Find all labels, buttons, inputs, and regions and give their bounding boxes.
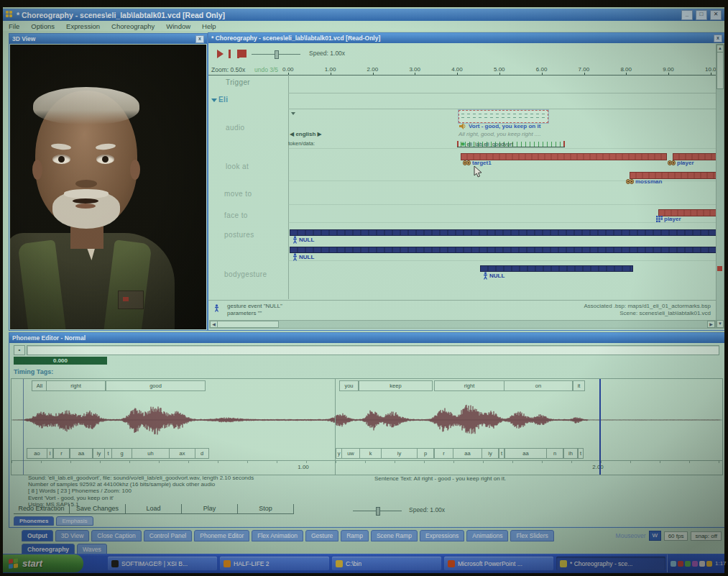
tray-icon[interactable] (685, 561, 691, 567)
tray-icon[interactable] (692, 561, 698, 567)
phoneme-tag[interactable]: ih (563, 448, 578, 459)
snap-toggle[interactable]: snap: off (691, 531, 722, 541)
word-tag[interactable]: All (32, 380, 47, 391)
phoneme-tag[interactable]: iy (93, 448, 105, 459)
w-toggle[interactable]: W (649, 531, 661, 541)
play-icon[interactable] (217, 50, 224, 58)
choreo-hscrollbar[interactable]: ◀ ▶ (209, 320, 716, 329)
phoneme-action-button[interactable]: Play (182, 504, 238, 514)
workspace-tab[interactable]: Close Caption (91, 530, 141, 541)
phoneme-menu-button[interactable]: • (14, 345, 25, 355)
tray-icon[interactable] (678, 561, 683, 567)
track-face-to[interactable]: face to (224, 211, 248, 219)
taskbar-task[interactable]: Microsoft PowerPoint ... (444, 557, 553, 570)
pause-icon[interactable] (229, 50, 239, 58)
menu-item[interactable]: Expression (60, 22, 106, 30)
phoneme-tag[interactable]: k (359, 448, 382, 459)
phoneme-tag[interactable]: d (195, 448, 209, 459)
taskbar-task[interactable]: C:\bin (332, 557, 441, 570)
tray-icon[interactable] (671, 561, 676, 567)
workspace-tab[interactable]: Waves (77, 544, 107, 554)
choreography-close-icon[interactable]: x (714, 35, 722, 42)
3d-view-titlebar[interactable]: 3D View x (9, 34, 207, 44)
phoneme-tag[interactable]: r (53, 448, 70, 459)
phoneme-tab[interactable]: Phonemes (14, 516, 54, 526)
language-selector[interactable]: ◀ english ▶ (290, 131, 322, 137)
playback-speed-slider[interactable] (252, 50, 300, 58)
word-tag[interactable]: right (434, 380, 504, 391)
phoneme-action-button[interactable]: Redo Extraction (14, 504, 70, 514)
phoneme-tag[interactable]: aa (504, 448, 547, 459)
faceto-event-label[interactable]: player (656, 216, 681, 222)
tray-icon[interactable] (699, 561, 705, 567)
phoneme-text-field[interactable] (27, 345, 719, 355)
track-eli[interactable]: Eli (211, 96, 228, 104)
workspace-tab[interactable]: Gesture (305, 530, 338, 541)
timeline-panel[interactable]: Vort - good, you keep on it ◀ english ▶ … (288, 75, 717, 299)
3d-viewport[interactable] (10, 45, 206, 329)
track-trigger[interactable]: Trigger (226, 78, 250, 86)
close-button[interactable]: ✕ (710, 10, 722, 20)
workspace-tab[interactable]: 3D View (55, 530, 90, 541)
word-tag[interactable]: good (106, 380, 206, 391)
minimize-button[interactable]: _ (681, 10, 693, 20)
taskbar-task[interactable]: SOFTIMAGE® | XSI B... (108, 557, 217, 570)
maximize-button[interactable]: □ (696, 10, 707, 20)
word-tag[interactable]: on (504, 380, 573, 391)
track-move-to[interactable]: move to (224, 190, 252, 198)
phoneme-editor-titlebar[interactable]: Phoneme Editor - Normal (9, 333, 724, 343)
lookat-event-bar[interactable] (461, 153, 667, 160)
audio-dropdown-icon[interactable] (291, 112, 295, 115)
phoneme-tag[interactable]: aa (70, 448, 93, 459)
phoneme-tag[interactable]: g (111, 448, 132, 459)
phoneme-tag[interactable]: l (47, 448, 53, 459)
tray-icon[interactable] (706, 561, 712, 567)
bodygesture-event-label[interactable]: NULL (483, 272, 504, 280)
track-bodygesture[interactable]: bodygesture (224, 270, 267, 278)
workspace-tab[interactable]: Flex Sliders (510, 530, 553, 541)
start-button[interactable]: start (3, 554, 83, 572)
track-audio[interactable]: audio (226, 124, 244, 132)
moveto-event-label[interactable]: mossman (626, 178, 662, 185)
3d-view-close-icon[interactable]: x (195, 35, 204, 43)
bodygesture-event-bar[interactable] (480, 265, 633, 272)
workspace-tab[interactable]: Control Panel (144, 530, 193, 541)
word-tag[interactable]: it (573, 380, 585, 391)
workspace-tab[interactable]: Animations (466, 530, 508, 541)
workspace-tab[interactable]: Phoneme Editor (194, 530, 249, 541)
workspace-tab[interactable]: Flex Animation (252, 530, 303, 541)
posture-event-bar[interactable] (290, 229, 717, 236)
menu-item[interactable]: Options (25, 22, 60, 30)
posture-event-bar[interactable] (290, 247, 717, 253)
track-look-at[interactable]: look at (226, 163, 249, 170)
track-postures[interactable]: postures (224, 231, 254, 239)
phoneme-tag[interactable]: n (546, 448, 563, 459)
phoneme-tag[interactable]: t (499, 448, 504, 459)
audio-clip-label[interactable]: Vort - good, you keep on it (459, 123, 540, 129)
phoneme-tag[interactable]: ax (169, 448, 195, 459)
menu-item[interactable]: Choreography (106, 22, 160, 30)
phoneme-action-button[interactable]: Save Changes (70, 504, 126, 514)
word-tag[interactable]: you (339, 380, 359, 391)
menu-item[interactable]: Window (160, 22, 196, 30)
taskbar-task[interactable]: HALF-LIFE 2 (220, 557, 329, 570)
waveform-area[interactable]: Allrightgoodyoukeeprightonit aolraaiytgu… (11, 378, 723, 475)
menu-item[interactable]: Help (196, 22, 222, 30)
choreo-vscrollbar[interactable]: ▲ ▼ (716, 44, 724, 329)
playhead-line[interactable] (599, 379, 601, 475)
posture-event-label[interactable]: NULL (292, 253, 314, 261)
phoneme-tag[interactable]: uw (341, 448, 360, 459)
workspace-tab[interactable]: Scene Ramp (371, 530, 418, 541)
choreography-titlebar[interactable]: * Choreography - scenes\eli_lab\labtalk0… (208, 33, 724, 43)
phoneme-speed-slider[interactable] (353, 506, 402, 515)
posture-event-label[interactable]: NULL (292, 236, 314, 244)
phoneme-tag[interactable]: uh (132, 448, 170, 459)
phoneme-tag[interactable]: ao (27, 448, 47, 459)
phoneme-tag[interactable]: iy (381, 448, 418, 459)
phoneme-tab[interactable]: Emphasis (56, 516, 93, 526)
phoneme-tag[interactable]: iy (482, 448, 499, 459)
word-tag[interactable]: right (46, 380, 106, 391)
taskbar-task[interactable]: * Choreography - sce... (556, 557, 665, 570)
workspace-tab[interactable]: Expressions (420, 530, 464, 541)
word-tag[interactable]: keep (359, 380, 433, 391)
